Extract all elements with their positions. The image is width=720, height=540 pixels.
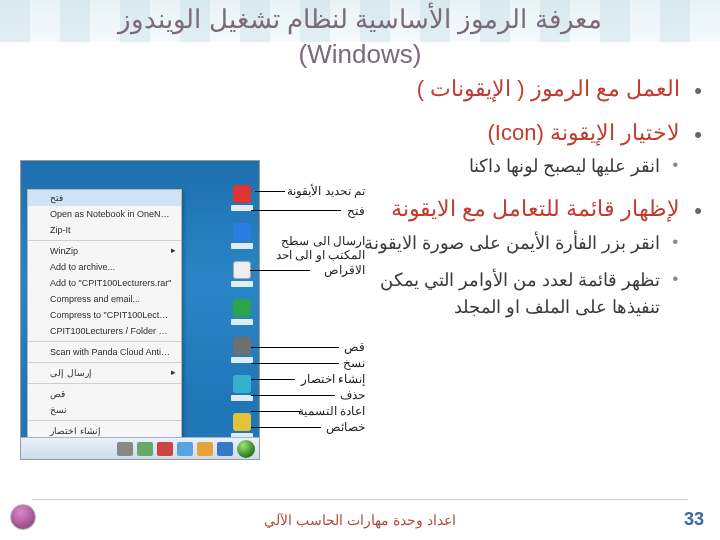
desktop-icon[interactable] (231, 337, 253, 363)
desktop-icon[interactable] (231, 223, 253, 249)
taskbar-item[interactable] (177, 442, 193, 456)
context-menu-item[interactable]: Compress and email... (28, 291, 181, 307)
desktop-icon[interactable] (231, 261, 253, 287)
context-menu[interactable]: فتحOpen as Notebook in OneNoteZip-ItWinZ… (27, 189, 182, 460)
context-menu-item[interactable]: نسخ (28, 402, 181, 418)
desktop-icon[interactable] (231, 299, 253, 325)
taskbar-item[interactable] (137, 442, 153, 456)
bullet-3-sub1: انقر بزر الفأرة الأيمن على صورة الايقونة (357, 230, 680, 257)
leader-line (255, 191, 285, 192)
desktop-icons (231, 185, 253, 460)
context-menu-item[interactable]: Compress to "CPIT100Lecturers.rar" and e… (28, 307, 181, 323)
desktop-icon[interactable] (231, 185, 253, 211)
bullet-1: العمل مع الرموز ( الإيقونات ) (357, 74, 702, 104)
callout-rename: اعادة التسمية (298, 404, 365, 418)
callout-selected: تم تحديد الأيقونة (287, 184, 365, 198)
taskbar[interactable] (21, 437, 259, 459)
screenshot: فتحOpen as Notebook in OneNoteZip-ItWinZ… (20, 160, 260, 460)
callout-open: فتح (347, 204, 365, 218)
callout-copy: نسخ (343, 356, 365, 370)
callout-delete: حذف (340, 388, 365, 402)
leader-line (251, 379, 295, 380)
taskbar-item[interactable] (197, 442, 213, 456)
context-menu-item[interactable]: إرسال إلى (28, 365, 181, 381)
context-menu-item[interactable]: فتح (28, 190, 181, 206)
page-number: 33 (684, 509, 704, 530)
leader-line (251, 210, 341, 211)
context-menu-item[interactable]: Add to archive... (28, 259, 181, 275)
context-menu-item[interactable]: Scan with Panda Cloud Antivirus (28, 344, 181, 360)
callout-shortcut: إنشاء اختصار (301, 372, 365, 386)
footer-text: اعداد وحدة مهارات الحاسب الآلي (0, 512, 720, 528)
windows-desktop: فتحOpen as Notebook in OneNoteZip-ItWinZ… (20, 160, 260, 460)
leader-line (251, 347, 339, 348)
title-line2: (Windows) (299, 39, 422, 69)
context-menu-item[interactable]: Open as Notebook in OneNote (28, 206, 181, 222)
callout-cut: قص (344, 340, 365, 354)
context-menu-item[interactable]: قص (28, 386, 181, 402)
bullet-3: لإظهار قائمة للتعامل مع الايقونة انقر بز… (357, 194, 702, 321)
taskbar-item[interactable] (117, 442, 133, 456)
bullet-2-sub1: انقر عليها ليصبح لونها داكنا (357, 153, 680, 180)
footer: اعداد وحدة مهارات الحاسب الآلي 33 (0, 502, 720, 534)
title-line1: معرفة الرموز الأساسية لنظام تشغيل الويند… (118, 4, 601, 34)
leader-line (251, 363, 339, 364)
context-menu-item[interactable]: WinZip (28, 243, 181, 259)
leader-line (251, 395, 335, 396)
main-bullets: العمل مع الرموز ( الإيقونات ) لاختيار ال… (357, 74, 702, 335)
desktop-icon[interactable] (231, 413, 253, 439)
bullet-3-sub2: تظهر قائمة لعدد من الأوامر التي يمكن تنف… (357, 267, 680, 321)
leader-line (251, 427, 321, 428)
context-menu-item[interactable]: Zip-It (28, 222, 181, 238)
context-menu-item[interactable]: CPIT100Lecturers / Folder Synchronizatio… (28, 323, 181, 339)
desktop-icon[interactable] (231, 375, 253, 401)
bullet-2: لاختيار الإيقونة (Icon) انقر عليها ليصبح… (357, 118, 702, 181)
context-menu-item[interactable]: Add to "CPIT100Lecturers.rar" (28, 275, 181, 291)
taskbar-item[interactable] (217, 442, 233, 456)
start-orb-icon[interactable] (237, 440, 255, 458)
page-title: معرفة الرموز الأساسية لنظام تشغيل الويند… (0, 0, 720, 72)
leader-line (251, 411, 301, 412)
taskbar-item[interactable] (157, 442, 173, 456)
leader-line (250, 270, 310, 271)
callout-properties: خصائص (326, 420, 365, 434)
